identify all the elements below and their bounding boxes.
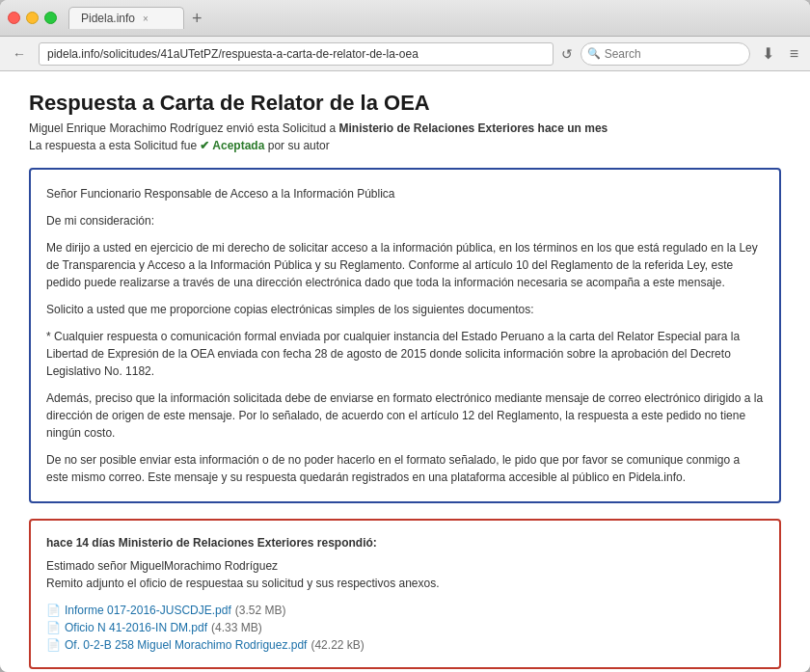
subtitle-text: Miguel Enrique Morachimo Rodríguez envió… [29, 121, 336, 135]
attachment-name: Informe 017-2016-JUSCDJE.pdf [65, 604, 231, 617]
attachment-size: (3.52 MB) [235, 604, 286, 617]
address-input[interactable] [39, 42, 554, 66]
request-paragraph2: Solicito a usted que me proporcione copi… [46, 301, 764, 318]
status-badge: ✔ Aceptada [200, 139, 264, 152]
attachment-size: (42.22 kB) [310, 638, 364, 652]
attachment-link[interactable]: 📄Oficio N 41-2016-IN DM.pdf (4.33 MB) [46, 621, 764, 634]
file-icon: 📄 [46, 604, 61, 617]
file-icon: 📄 [46, 638, 61, 652]
new-tab-button[interactable]: + [188, 10, 206, 27]
request-greeting: De mi consideración: [46, 212, 764, 229]
response-body: Estimado señor MiguelMorachimo Rodríguez… [46, 557, 764, 592]
menu-button[interactable]: ≡ [786, 43, 802, 65]
back-icon: ← [13, 46, 26, 62]
title-bar: Pidela.info × + [0, 0, 810, 37]
search-input[interactable] [580, 42, 750, 66]
attachment-link[interactable]: 📄Of. 0-2-B 258 Miguel Morachimo Rodrigue… [46, 638, 764, 652]
file-icon: 📄 [46, 621, 61, 634]
request-paragraph3: * Cualquier respuesta o comunicación for… [46, 328, 764, 380]
minimize-button[interactable] [26, 12, 39, 24]
tab-bar: Pidela.info × + [68, 7, 802, 29]
search-icon: 🔍 [587, 47, 601, 60]
back-button[interactable]: ← [8, 42, 31, 66]
address-bar: ← ↺ 🔍 ⬇ ≡ [0, 37, 810, 71]
status-line: La respuesta a esta Solicitud fue ✔ Acep… [29, 139, 781, 152]
response-line2: Remito adjunto el oficio de respuestaa s… [46, 575, 764, 592]
close-button[interactable] [8, 12, 20, 24]
page-subtitle: Miguel Enrique Morachimo Rodríguez envió… [29, 121, 781, 135]
request-paragraph1: Me dirijo a usted en ejercicio de mi der… [46, 239, 764, 291]
attachment-size: (4.33 MB) [211, 621, 262, 634]
status-prefix: La respuesta a esta Solicitud fue [29, 139, 197, 152]
attachment-name: Of. 0-2-B 258 Miguel Morachimo Rodriguez… [65, 638, 307, 652]
response-box: hace 14 días Ministerio de Relaciones Ex… [29, 519, 781, 669]
attachment-name: Oficio N 41-2016-IN DM.pdf [65, 621, 207, 634]
tab-close-button[interactable]: × [143, 13, 148, 24]
response-line1: Estimado señor MiguelMorachimo Rodríguez [46, 557, 764, 575]
browser-window: Pidela.info × + ← ↺ 🔍 ⬇ ≡ Respuesta a Ca… [0, 0, 810, 672]
window-controls [8, 12, 57, 24]
request-box: Señor Funcionario Responsable de Acceso … [29, 168, 781, 503]
maximize-button[interactable] [44, 12, 57, 24]
browser-tab[interactable]: Pidela.info × [68, 7, 184, 29]
tab-title: Pidela.info [81, 12, 135, 25]
reload-button[interactable]: ↺ [561, 46, 573, 62]
status-suffix: por su autor [268, 139, 330, 152]
attachments-list: 📄Informe 017-2016-JUSCDJE.pdf (3.52 MB)📄… [46, 604, 764, 652]
download-button[interactable]: ⬇ [758, 42, 778, 65]
response-header: hace 14 días Ministerio de Relaciones Ex… [46, 536, 764, 550]
attachment-link[interactable]: 📄Informe 017-2016-JUSCDJE.pdf (3.52 MB) [46, 604, 764, 617]
subtitle-bold: Ministerio de Relaciones Exteriores hace… [339, 121, 608, 135]
request-salutation: Señor Funcionario Responsable de Acceso … [46, 185, 764, 202]
request-paragraph4: Además, preciso que la información solic… [46, 390, 764, 442]
search-container: 🔍 [580, 42, 750, 66]
request-paragraph5: De no ser posible enviar esta informació… [46, 451, 764, 486]
page-content: Respuesta a Carta de Relator de la OEA M… [0, 71, 810, 672]
page-title: Respuesta a Carta de Relator de la OEA [29, 91, 781, 116]
